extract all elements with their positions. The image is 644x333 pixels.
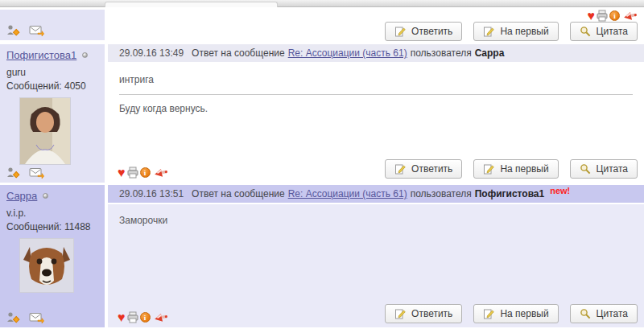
status-dot-icon — [82, 52, 88, 58]
to-first-button-label: На первый — [500, 163, 548, 175]
heart-icon[interactable]: ♥ — [118, 167, 126, 179]
post-header: 29.09.16 13:49 Ответ на сообщение Re: Ас… — [108, 44, 644, 62]
forum-post-new: Cappa v.i.p. Сообщений: 11488 29.09.16 1 — [0, 185, 644, 327]
quote-button-label: Цитата — [597, 26, 628, 37]
reply-to-user: Cappa — [475, 47, 505, 59]
heart-icon[interactable]: ♥ — [588, 10, 596, 22]
avatar — [19, 97, 71, 165]
heart-icon[interactable]: ♥ — [118, 312, 126, 323]
user-add-icon[interactable] — [6, 311, 20, 323]
post-text-line: Заморочки — [119, 215, 633, 226]
post-date: 29.09.16 13:49 — [119, 47, 184, 59]
author-profile-link[interactable]: Пофигистова1 — [6, 49, 76, 61]
new-badge: new! — [550, 186, 570, 195]
mail-icon[interactable] — [29, 25, 44, 36]
mail-icon[interactable] — [29, 167, 44, 179]
compose-icon — [483, 163, 494, 175]
reply-prefix: Ответ на сообщение — [192, 47, 285, 59]
reply-button-label: Ответить — [411, 163, 452, 175]
topic-link[interactable]: Re: Ассоциации (часть 61) — [288, 188, 407, 199]
megaphone-icon[interactable] — [622, 9, 639, 23]
compose-icon — [483, 26, 494, 37]
to-first-button-label: На первый — [500, 26, 548, 37]
forum-post: Пофигистова1 guru Сообщений: 4050 29.09. — [0, 44, 644, 183]
quote-search-icon — [580, 163, 591, 175]
previous-post-actions: ♥ i Ответить На первый — [108, 10, 644, 40]
post-body: интрига Буду когда вернусь. — [108, 64, 644, 159]
compose-icon — [394, 163, 406, 175]
author-profile-link[interactable]: Cappa — [6, 190, 37, 202]
post-buttons: Ответить На первый Цитата — [385, 22, 638, 41]
post-body: Заморочки — [108, 204, 644, 304]
reply-to-user: Пофигистова1 — [475, 188, 545, 199]
author-line: Cappa — [6, 190, 101, 202]
to-first-button[interactable]: На первый — [473, 304, 558, 323]
compose-icon — [394, 308, 406, 319]
avatar — [19, 238, 74, 293]
author-message-count: Сообщений: 11488 — [6, 221, 101, 232]
quote-button[interactable]: Цитата — [570, 159, 638, 179]
post-actions-row: ♥ i Ответить — [108, 304, 644, 327]
previous-post-sidebar — [0, 10, 105, 40]
sidebar-action-icons — [6, 311, 101, 323]
reply-button[interactable]: Ответить — [385, 159, 462, 179]
post-buttons: Ответить На первый Цитата — [385, 304, 638, 323]
reply-prefix: Ответ на сообщение — [192, 188, 285, 199]
post-action-icons: ♥ i — [118, 311, 168, 323]
to-first-button[interactable]: На первый — [473, 159, 558, 179]
quote-search-icon — [580, 26, 591, 37]
post-text-line: Буду когда вернусь. — [119, 103, 633, 114]
browser-edge-strip — [0, 0, 644, 7]
user-word: пользователя — [411, 47, 472, 59]
post-actions-row: ♥ i Ответить — [108, 159, 644, 183]
user-add-icon[interactable] — [6, 166, 20, 179]
post-author-sidebar: Пофигистова1 guru Сообщений: 4050 — [0, 44, 105, 183]
mail-icon[interactable] — [29, 312, 44, 323]
post-action-icons: ♥ i — [588, 10, 638, 22]
author-rank: guru — [6, 67, 101, 78]
quote-button-label: Цитата — [597, 308, 628, 319]
quote-button[interactable]: Цитата — [570, 304, 638, 323]
author-line: Пофигистова1 — [6, 49, 101, 61]
reply-button-label: Ответить — [411, 308, 452, 319]
author-rank: v.i.p. — [6, 208, 101, 219]
warning-icon[interactable]: i — [140, 167, 151, 178]
user-add-icon[interactable] — [6, 24, 20, 36]
status-dot-icon — [43, 193, 48, 199]
reply-button-label: Ответить — [411, 26, 452, 37]
to-first-button-label: На первый — [500, 308, 548, 319]
reply-button[interactable]: Ответить — [385, 22, 462, 41]
printer-icon[interactable] — [596, 10, 609, 22]
browser-tab-fragment — [105, 2, 278, 7]
post-action-icons: ♥ i — [118, 166, 168, 179]
previous-post-tail: ♥ i Ответить На первый — [0, 10, 644, 40]
printer-icon[interactable] — [126, 311, 139, 323]
post-buttons: Ответить На первый Цитата — [385, 159, 638, 179]
post-author-sidebar: Cappa v.i.p. Сообщений: 11488 — [0, 185, 105, 327]
to-first-button[interactable]: На первый — [473, 22, 558, 41]
megaphone-icon[interactable] — [152, 166, 169, 179]
post-text-line: интрига — [119, 74, 633, 85]
user-word: пользователя — [411, 188, 472, 199]
post-date: 29.09.16 13:51 — [119, 188, 184, 199]
compose-icon — [483, 308, 494, 319]
message-separator — [119, 94, 633, 95]
compose-icon — [394, 26, 406, 37]
reply-button[interactable]: Ответить — [385, 304, 462, 323]
author-message-count: Сообщений: 4050 — [6, 80, 101, 92]
sidebar-action-icons — [6, 166, 101, 179]
post-header: 29.09.16 13:51 Ответ на сообщение Re: Ас… — [108, 185, 644, 203]
warning-icon[interactable]: i — [609, 10, 620, 21]
printer-icon[interactable] — [126, 166, 139, 179]
megaphone-icon[interactable] — [152, 310, 169, 324]
warning-icon[interactable]: i — [140, 312, 151, 323]
quote-search-icon — [580, 308, 591, 319]
quote-button-label: Цитата — [597, 163, 628, 175]
topic-link[interactable]: Re: Ассоциации (часть 61) — [288, 47, 407, 59]
quote-button[interactable]: Цитата — [570, 22, 638, 41]
forum-thread: ♥ i Ответить На первый — [0, 7, 644, 327]
